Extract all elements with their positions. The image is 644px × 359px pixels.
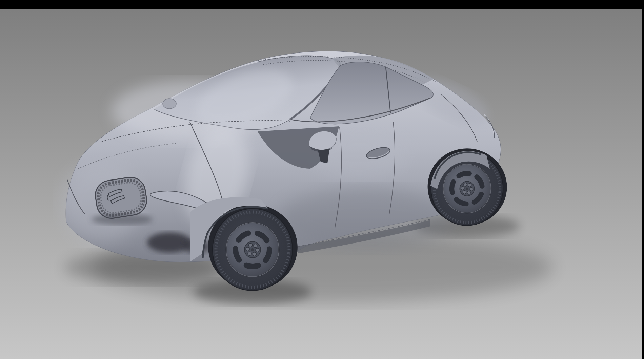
letterbox-top-bar [0,0,644,9]
letterbox-right-bar [642,0,644,359]
cad-viewport[interactable] [0,0,644,359]
far-side-mirror [163,99,176,109]
grille-under-shadow [92,214,153,225]
application-window [0,0,644,359]
